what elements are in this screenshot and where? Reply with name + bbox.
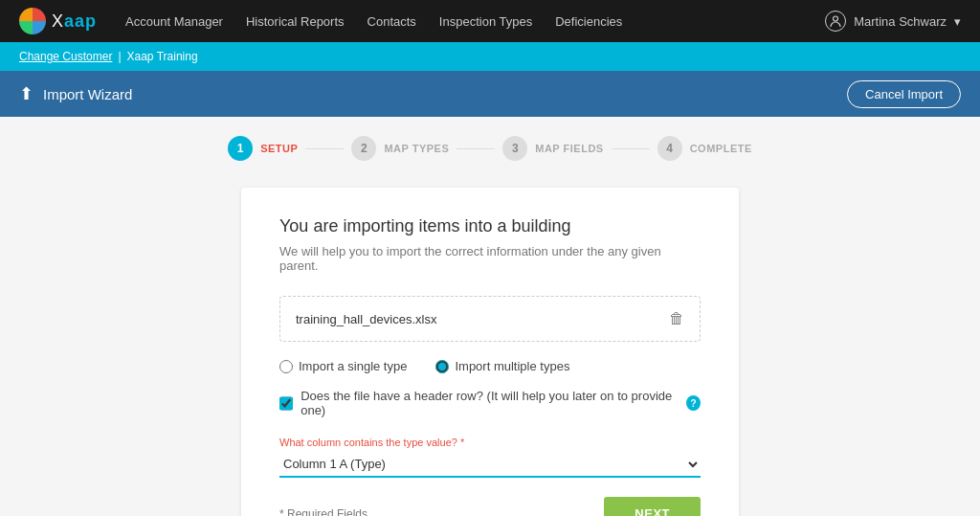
breadcrumb-current: Xaap Training	[127, 50, 198, 63]
wizard-bar: ⬆ Import Wizard Cancel Import	[0, 71, 980, 117]
info-icon[interactable]: ?	[686, 395, 701, 411]
form-card: You are importing items into a building …	[241, 188, 739, 516]
stepper: 1 SETUP 2 MAP TYPES 3 MAP FIELDS 4 COMPL…	[228, 136, 752, 161]
step-2: 2 MAP TYPES	[351, 136, 449, 161]
wizard-title-text: Import Wizard	[43, 86, 132, 102]
step-4-circle: 4	[657, 136, 682, 161]
logo-text: Xaap	[52, 11, 97, 32]
step-4-label: COMPLETE	[690, 143, 752, 154]
top-nav: Xaap Account Manager Historical Reports …	[0, 0, 980, 42]
header-row-checkbox-row: Does the file have a header row? (It wil…	[279, 389, 701, 417]
radio-single-type[interactable]: Import a single type	[279, 359, 407, 373]
breadcrumb-separator: |	[118, 50, 121, 63]
main-content: 1 SETUP 2 MAP TYPES 3 MAP FIELDS 4 COMPL…	[0, 117, 980, 516]
form-title: You are importing items into a building	[279, 216, 701, 236]
step-4: 4 COMPLETE	[657, 136, 752, 161]
column-field-label: What column contains the type value? *	[279, 437, 701, 448]
step-2-circle: 2	[351, 136, 376, 161]
step-3-label: MAP FIELDS	[535, 143, 603, 154]
radio-multiple-label: Import multiple types	[455, 359, 569, 373]
import-type-radio-group: Import a single type Import multiple typ…	[279, 359, 701, 373]
radio-multiple-types[interactable]: Import multiple types	[435, 359, 569, 373]
logo: Xaap	[19, 8, 97, 34]
radio-single-input[interactable]	[279, 360, 293, 373]
column-field-group: What column contains the type value? * C…	[279, 437, 701, 478]
required-note: * Required Fields	[279, 507, 368, 517]
header-row-label: Does the file have a header row? (It wil…	[301, 389, 679, 417]
user-name: Martina Schwarz	[854, 14, 947, 29]
cancel-import-button[interactable]: Cancel Import	[847, 80, 961, 108]
step-1-label: SETUP	[260, 143, 298, 154]
form-subtitle: We will help you to import the correct i…	[279, 244, 701, 273]
file-name: training_hall_devices.xlsx	[296, 312, 436, 326]
svg-point-0	[834, 16, 838, 21]
step-3: 3 MAP FIELDS	[502, 136, 603, 161]
next-button[interactable]: NEXT	[604, 497, 701, 516]
upload-icon: ⬆	[19, 83, 33, 104]
breadcrumb-bar: Change Customer | Xaap Training	[0, 42, 980, 71]
logo-icon	[19, 8, 46, 34]
nav-contacts[interactable]: Contacts	[368, 14, 416, 29]
step-divider-3	[612, 148, 650, 149]
nav-account-manager[interactable]: Account Manager	[125, 14, 223, 29]
form-footer: * Required Fields NEXT	[279, 497, 701, 516]
nav-links: Account Manager Historical Reports Conta…	[125, 14, 825, 29]
step-divider-2	[457, 148, 495, 149]
nav-historical-reports[interactable]: Historical Reports	[246, 14, 345, 29]
file-upload-area: training_hall_devices.xlsx 🗑	[279, 296, 701, 342]
user-avatar-icon	[825, 11, 846, 32]
step-1: 1 SETUP	[228, 136, 298, 161]
radio-multiple-input[interactable]	[435, 360, 449, 373]
user-chevron-icon: ▾	[954, 14, 961, 29]
wizard-title-area: ⬆ Import Wizard	[19, 83, 132, 104]
change-customer-link[interactable]: Change Customer	[19, 50, 112, 63]
step-1-circle: 1	[228, 136, 253, 161]
radio-single-label: Import a single type	[299, 359, 407, 373]
step-2-label: MAP TYPES	[384, 143, 449, 154]
header-row-checkbox[interactable]	[279, 396, 293, 411]
step-divider-1	[305, 148, 344, 149]
step-3-circle: 3	[502, 136, 527, 161]
delete-file-icon[interactable]: 🗑	[669, 310, 684, 327]
user-menu[interactable]: Martina Schwarz ▾	[825, 11, 961, 32]
nav-deficiencies[interactable]: Deficiencies	[555, 14, 622, 29]
column-select[interactable]: Column 1 A (Type)	[279, 452, 701, 478]
nav-inspection-types[interactable]: Inspection Types	[439, 14, 532, 29]
